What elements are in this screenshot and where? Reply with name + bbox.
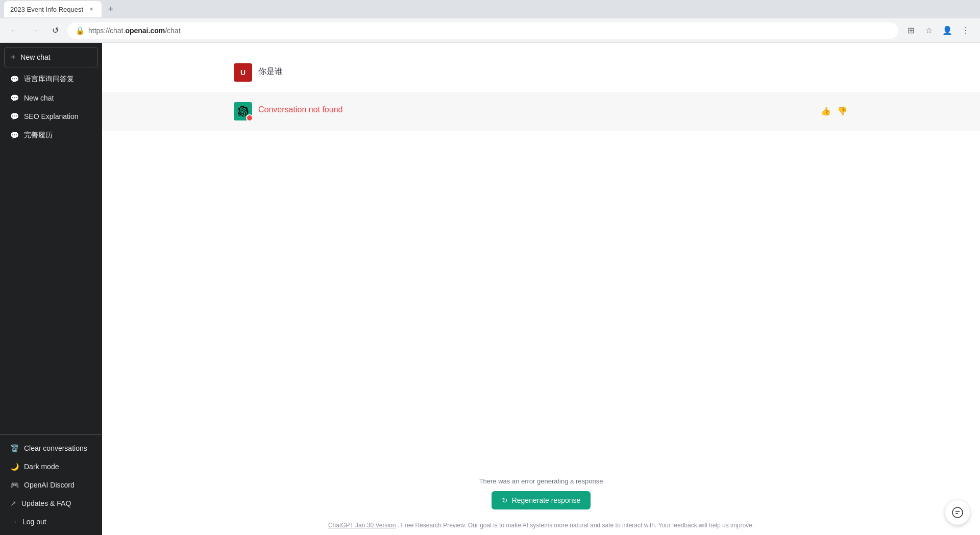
sidebar-item-seo[interactable]: 💬 SEO Explanation: [4, 107, 98, 126]
updates-faq-link[interactable]: ↗ Updates & FAQ: [4, 494, 98, 513]
regenerate-icon: ↻: [502, 496, 508, 504]
error-badge: [246, 114, 253, 121]
new-tab-button[interactable]: +: [104, 2, 118, 16]
footer-text: ChatGPT Jan 30 Version . Free Research P…: [102, 518, 980, 535]
address-bar: ← → ↺ 🔒 https://chat.openai.com/chat ⊞ ☆…: [0, 18, 980, 43]
svg-point-0: [952, 507, 963, 518]
sidebar: + New chat 💬 语言库询问答复 💬 New chat 💬 SEO Ex…: [0, 43, 102, 535]
discord-icon: 🎮: [10, 481, 19, 489]
clear-conversations-button[interactable]: 🗑️ Clear conversations: [4, 439, 98, 457]
security-icon: 🔒: [76, 27, 84, 35]
floating-chat-icon[interactable]: [945, 500, 970, 525]
sidebar-item-language-qa[interactable]: 💬 语言库询问答复: [4, 69, 98, 89]
sidebar-item-new-chat[interactable]: 💬 New chat: [4, 89, 98, 107]
regenerate-label: Regenerate response: [512, 496, 581, 504]
main-content: U 你是谁 Conversation not found 👍 👎: [102, 43, 980, 535]
sidebar-item-label-2: New chat: [24, 94, 54, 102]
discord-label: OpenAI Discord: [24, 481, 75, 489]
user-avatar-letter: U: [240, 68, 246, 77]
logout-icon: →: [10, 518, 17, 526]
message-actions: 👍 👎: [820, 102, 848, 117]
user-avatar: U: [234, 63, 252, 82]
dark-mode-toggle[interactable]: 🌙 Dark mode: [4, 457, 98, 476]
ai-error-text: Conversation not found: [258, 102, 342, 114]
chat-icon-1: 💬: [10, 75, 19, 83]
tab-bar: 2023 Event Info Request × +: [0, 0, 980, 18]
new-chat-button[interactable]: + New chat: [4, 47, 98, 67]
bottom-area: There was an error generating a response…: [102, 469, 980, 518]
floating-icon-svg: [951, 506, 964, 519]
updates-faq-label: Updates & FAQ: [21, 499, 71, 507]
refresh-button[interactable]: ↺: [47, 22, 63, 39]
sidebar-item-label-4: 完善履历: [24, 131, 53, 140]
forward-button[interactable]: →: [27, 22, 43, 39]
tab-title: 2023 Event Info Request: [10, 6, 83, 13]
sidebar-item-label-3: SEO Explanation: [24, 112, 79, 120]
address-display[interactable]: 🔒 https://chat.openai.com/chat: [67, 22, 898, 39]
extensions-icon[interactable]: ⊞: [902, 22, 919, 39]
active-tab[interactable]: 2023 Event Info Request ×: [4, 1, 102, 17]
thumbs-up-button[interactable]: 👍: [820, 105, 832, 117]
discord-link[interactable]: 🎮 OpenAI Discord: [4, 476, 98, 494]
external-link-icon: ↗: [10, 499, 16, 507]
browser-chrome: 2023 Event Info Request × + ← → ↺ 🔒 http…: [0, 0, 980, 43]
sidebar-bottom: 🗑️ Clear conversations 🌙 Dark mode 🎮 Ope…: [0, 434, 102, 535]
thumbs-down-button[interactable]: 👎: [836, 105, 848, 117]
back-button[interactable]: ←: [6, 22, 22, 39]
user-message: U 你是谁: [102, 53, 980, 92]
trash-icon: 🗑️: [10, 444, 19, 452]
url-display: https://chat.openai.com/chat: [88, 27, 181, 35]
menu-icon[interactable]: ⋮: [958, 22, 974, 39]
ai-message: Conversation not found 👍 👎: [102, 92, 980, 131]
chat-icon-4: 💬: [10, 131, 19, 139]
footer-link[interactable]: ChatGPT Jan 30 Version: [328, 522, 396, 529]
sidebar-top: + New chat 💬 语言库询问答复 💬 New chat 💬 SEO Ex…: [0, 43, 102, 434]
sidebar-item-resume[interactable]: 💬 完善履历: [4, 126, 98, 145]
bookmark-icon[interactable]: ☆: [921, 22, 937, 39]
user-message-text: 你是谁: [258, 63, 283, 77]
ai-avatar: [234, 102, 252, 120]
error-text: There was an error generating a response: [479, 477, 603, 485]
moon-icon: 🌙: [10, 463, 19, 471]
new-chat-label: New chat: [20, 53, 50, 61]
log-out-label: Log out: [22, 518, 46, 526]
profile-icon[interactable]: 👤: [939, 22, 955, 39]
tab-close-button[interactable]: ×: [87, 5, 95, 13]
toolbar-icons: ⊞ ☆ 👤 ⋮: [902, 22, 974, 39]
clear-conversations-label: Clear conversations: [24, 444, 87, 452]
app: + New chat 💬 语言库询问答复 💬 New chat 💬 SEO Ex…: [0, 43, 980, 535]
chat-icon-3: 💬: [10, 112, 19, 120]
chat-icon-2: 💬: [10, 94, 19, 102]
dark-mode-label: Dark mode: [24, 463, 59, 471]
footer-rest: . Free Research Preview. Our goal is to …: [398, 522, 754, 529]
sidebar-item-label-1: 语言库询问答复: [24, 75, 74, 84]
chat-area: U 你是谁 Conversation not found 👍 👎: [102, 43, 980, 469]
plus-icon: +: [11, 53, 15, 62]
regenerate-button[interactable]: ↻ Regenerate response: [492, 491, 591, 509]
log-out-button[interactable]: → Log out: [4, 513, 98, 531]
